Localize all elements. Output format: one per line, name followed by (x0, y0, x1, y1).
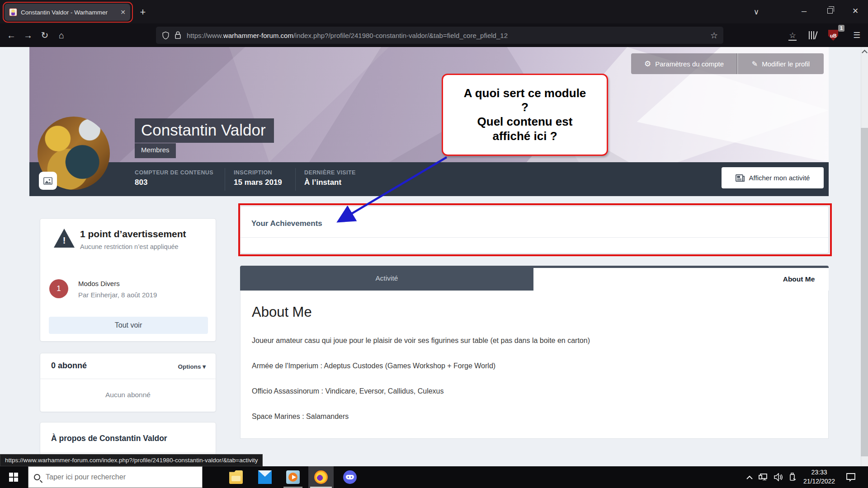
discord-icon (343, 470, 357, 484)
taskbar-media-player[interactable] (280, 466, 306, 488)
tracking-shield-icon[interactable] (161, 31, 170, 40)
window-close-button[interactable]: ✕ (843, 0, 868, 22)
lock-icon[interactable] (175, 31, 181, 40)
warning-points-card: ! 1 point d’avertissement Aucune restric… (40, 218, 216, 342)
stat-content-count: COMPTEUR DE CONTENUS 803 (135, 169, 213, 187)
pencil-icon: ✎ (752, 60, 758, 68)
see-all-button[interactable]: Tout voir (49, 317, 208, 334)
list-tabs-chevron-icon[interactable]: ∨ (746, 5, 767, 19)
newspaper-icon (736, 174, 745, 182)
library-icon[interactable] (805, 28, 820, 43)
usb-device-icon[interactable] (785, 466, 800, 488)
warning-subtitle: Aucune restriction n’est appliquée (80, 243, 179, 250)
link-status-tooltip: https://www.warhammer-forum.com/index.ph… (0, 454, 263, 466)
profile-content-tabs: Activité About Me (240, 266, 829, 291)
reload-button[interactable]: ↻ (37, 28, 52, 43)
mail-icon (258, 470, 272, 484)
followers-options-button[interactable]: Options ▾ (178, 363, 206, 370)
restore-button[interactable] (817, 0, 843, 22)
action-center-icon[interactable] (842, 466, 860, 488)
image-icon (43, 177, 52, 185)
tab-activity[interactable]: Activité (240, 266, 533, 291)
member-group-badge: Membres (135, 143, 176, 158)
tab-title: Constantin Valdor - Warhammer (21, 9, 117, 16)
taskbar-file-explorer[interactable] (223, 466, 249, 488)
screen: Constantin Valdor - Warhammer ✕ + ∨ – ✕ … (0, 0, 868, 488)
tray-hidden-icons-chevron[interactable] (743, 466, 756, 488)
url-text[interactable]: https://www.warhammer-forum.com/index.ph… (187, 32, 710, 39)
taskbar-firefox-active[interactable] (308, 466, 334, 488)
gear-icon: ⚙ (644, 59, 651, 69)
stat-joined: INSCRIPTION 15 mars 2019 (234, 169, 282, 187)
tab-about-me[interactable]: About Me (533, 268, 829, 291)
taskbar-clock[interactable]: 23:33 21/12/2022 (799, 466, 839, 488)
warning-triangle-icon: ! (54, 229, 75, 248)
bookmark-star-icon[interactable]: ☆ (710, 30, 718, 41)
about-me-heading: About Me (252, 304, 312, 320)
about-paragraph: Armée de l'Imperium : Adeptus Custodes (… (252, 362, 495, 370)
network-icon[interactable] (756, 466, 771, 488)
warning-entry-meta: Par Einherjar, 8 août 2019 (78, 291, 157, 299)
file-explorer-icon (229, 470, 243, 484)
volume-icon[interactable] (771, 466, 785, 488)
show-activity-button[interactable]: Afficher mon activité (722, 167, 824, 188)
back-button[interactable]: ← (4, 28, 19, 43)
clock-date: 21/12/2022 (799, 477, 839, 486)
url-bar[interactable]: https://www.warhammer-forum.com/index.ph… (156, 27, 723, 44)
followers-card: 0 abonné Options ▾ Aucun abonné (40, 353, 216, 412)
ublock-extension-icon[interactable]: uB 1 (826, 28, 841, 43)
home-button[interactable]: ⌂ (54, 28, 69, 43)
clock-time: 23:33 (799, 468, 839, 477)
profile-name: Constantin Valdor (141, 121, 266, 139)
minimize-button[interactable]: – (791, 0, 817, 22)
hamburger-menu-icon[interactable]: ☰ (849, 28, 864, 43)
about-paragraph: Officio Assassinorum : Vindicare, Everso… (252, 387, 443, 395)
account-settings-button[interactable]: ⚙ Paramètres du compte (631, 53, 737, 74)
annotation-arrow (294, 149, 619, 239)
edit-profile-button[interactable]: ✎ Modifier le profil (738, 53, 824, 74)
windows-taskbar: 23:33 21/12/2022 (0, 466, 868, 488)
site-favicon-icon (9, 8, 17, 16)
search-input[interactable] (46, 473, 181, 481)
taskbar-mail[interactable] (252, 466, 278, 488)
annotation-question-box: A quoi sert ce module ? Quel contenu est… (442, 74, 608, 156)
warning-entry-title[interactable]: Modos Divers (78, 280, 120, 287)
about-me-panel: About Me Joueur amateur casu qui joue po… (240, 291, 829, 439)
search-icon (34, 474, 40, 480)
media-player-icon (286, 470, 300, 484)
warning-title: 1 point d’avertissement (80, 229, 186, 239)
taskbar-search[interactable] (28, 466, 203, 488)
followers-title: 0 abonné (51, 361, 87, 371)
cover-photo-button[interactable] (39, 172, 57, 190)
save-to-pocket-icon[interactable]: ☆ (785, 28, 800, 43)
profile-name-plate: Constantin Valdor (135, 118, 274, 143)
browser-tab-bar: Constantin Valdor - Warhammer ✕ + ∨ – ✕ (0, 0, 868, 23)
page-scrollbar-thumb[interactable] (861, 128, 868, 456)
forward-button[interactable]: → (20, 28, 36, 43)
firefox-icon (314, 470, 328, 484)
browser-tab[interactable]: Constantin Valdor - Warhammer ✕ (5, 4, 130, 21)
about-paragraph: Space Marines : Salamanders (252, 413, 349, 421)
extension-badge: 1 (838, 25, 844, 32)
about-user-title: À propos de Constantin Valdor (51, 434, 167, 443)
caret-down-icon: ▾ (203, 363, 206, 370)
taskbar-discord[interactable] (337, 466, 363, 488)
new-tab-button[interactable]: + (136, 5, 150, 19)
start-button[interactable] (0, 466, 27, 488)
about-paragraph: Joueur amateur casu qui joue pour le pla… (252, 337, 590, 345)
warning-count-badge: 1 (49, 279, 68, 298)
followers-empty-text: Aucun abonné (40, 391, 216, 399)
tab-close-icon[interactable]: ✕ (120, 9, 126, 16)
windows-logo-icon (9, 473, 18, 482)
